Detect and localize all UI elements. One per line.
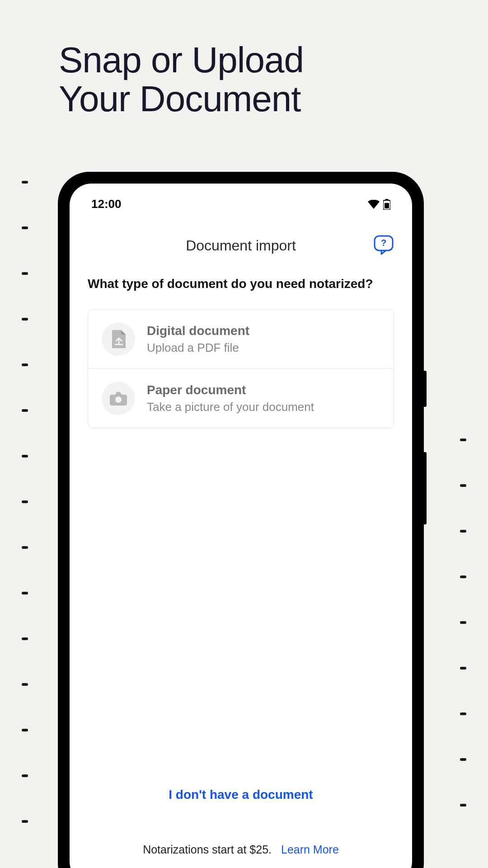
help-button[interactable]: ? xyxy=(373,235,394,257)
option-paper-subtitle: Take a picture of your document xyxy=(147,400,314,414)
app-header: Document import ? xyxy=(70,220,412,263)
option-paper-title: Paper document xyxy=(147,383,314,397)
hero-line1: Snap or Upload xyxy=(59,40,304,80)
camera-icon xyxy=(102,382,135,415)
learn-more-link[interactable]: Learn More xyxy=(281,843,339,856)
hero-line2: Your Document xyxy=(59,79,300,119)
hero-title: Snap or Upload Your Document xyxy=(59,41,304,119)
document-type-card: Digital document Upload a PDF file Paper… xyxy=(88,309,394,428)
option-digital-document[interactable]: Digital document Upload a PDF file xyxy=(88,310,394,369)
footer: Notarizations start at $25. Learn More xyxy=(70,843,412,856)
phone-power-button xyxy=(424,371,427,407)
battery-icon xyxy=(383,199,390,210)
phone-screen: 12:00 Document import xyxy=(70,184,412,868)
footer-text: Notarizations start at $25. xyxy=(143,843,272,856)
wifi-icon xyxy=(368,200,380,209)
upload-file-icon xyxy=(102,322,135,356)
status-time: 12:00 xyxy=(91,197,122,211)
help-chat-icon: ? xyxy=(373,235,394,255)
status-bar: 12:00 xyxy=(70,184,412,220)
decorative-dots-left xyxy=(22,181,28,823)
status-icons xyxy=(368,199,390,210)
question-heading: What type of document do you need notari… xyxy=(70,263,412,309)
svg-point-5 xyxy=(115,396,122,403)
decorative-dots-right xyxy=(460,439,466,807)
svg-rect-2 xyxy=(385,203,389,208)
page-title: Document import xyxy=(186,237,296,254)
option-digital-subtitle: Upload a PDF file xyxy=(147,341,249,355)
no-document-link[interactable]: I don't have a document xyxy=(70,788,412,802)
option-digital-title: Digital document xyxy=(147,324,249,338)
phone-volume-button xyxy=(424,452,427,524)
svg-text:?: ? xyxy=(381,238,386,248)
option-paper-document[interactable]: Paper document Take a picture of your do… xyxy=(88,369,394,428)
phone-frame: 12:00 Document import xyxy=(58,172,424,868)
